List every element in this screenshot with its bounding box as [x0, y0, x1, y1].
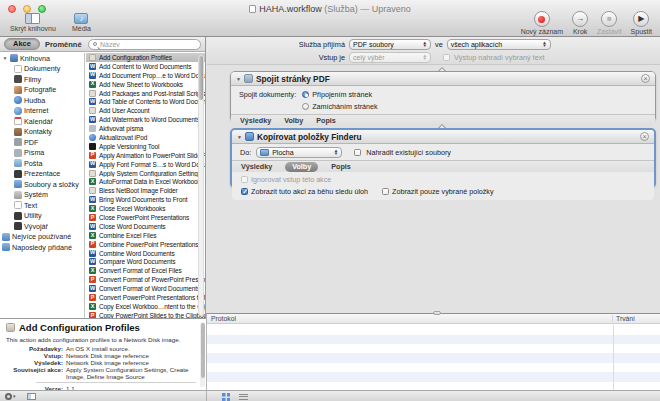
splitter-handle[interactable]	[433, 311, 441, 315]
sidebar-item-fonts[interactable]: Písma	[0, 148, 84, 159]
action-gear-button[interactable]: ▾	[5, 393, 16, 400]
pkg-icon	[89, 90, 96, 97]
run-button[interactable]: ▶ Spustit	[631, 11, 652, 35]
ppt-icon: P	[89, 294, 96, 301]
options-tab-selected[interactable]: Volby	[285, 162, 318, 172]
workflow-view-icon[interactable]	[222, 393, 230, 401]
block-header[interactable]: ▼ Kopírovat položky Finderu ×	[232, 130, 654, 144]
sidebar-item-utility[interactable]: Utility	[0, 211, 84, 222]
search-input[interactable]: Název	[88, 39, 201, 50]
action-list-item[interactable]: XAdd New Sheet to Workbooks	[86, 80, 205, 89]
action-list-item[interactable]: Bless NetBoot Image Folder	[86, 186, 205, 195]
action-list-item[interactable]: WCombine Word Documents	[86, 249, 205, 258]
action-list-item[interactable]: WAdd Table of Contents to Word Documents	[86, 97, 205, 106]
log-column-protokol[interactable]: Protokol	[207, 315, 613, 322]
sidebar-item-pdf[interactable]: PDF	[0, 137, 84, 148]
action-list-item[interactable]: Add Configuration Profiles	[86, 53, 205, 62]
record-button[interactable]: Nový záznam	[521, 11, 563, 35]
sidebar-item-presentations[interactable]: Prezentace	[0, 169, 84, 180]
sidebar-item-folder[interactable]: Nejvíce používané	[0, 232, 84, 243]
action-list-item[interactable]: Add User Account	[86, 106, 205, 115]
action-list-item[interactable]: WApply Font Format S…s to Word Documents	[86, 160, 205, 169]
sidebar-item-mail[interactable]: Pošta	[0, 158, 84, 169]
sidebar-item-calendar[interactable]: Kalendář	[0, 116, 84, 127]
popup-arrows-icon: ▲▼	[420, 42, 427, 47]
show-action-checkbox[interactable]	[241, 188, 248, 195]
action-list-item[interactable]: PConvert PowerPoint Presentations to Mov…	[86, 293, 205, 302]
log-view-icon[interactable]	[239, 394, 248, 400]
action-list-item[interactable]: XAutoFormat Data in Excel Workbooks	[86, 177, 205, 186]
disclosure-triangle-icon[interactable]: ▼	[237, 134, 242, 140]
action-list-item[interactable]: WAdd Watermark to Word Documents	[86, 115, 205, 124]
action-list-item[interactable]: Apply System Configuration Settings	[86, 169, 205, 178]
toggle-description-panel-button[interactable]	[27, 393, 36, 400]
action-list-item[interactable]: PConvert Format of PowerPoint Presentati…	[86, 275, 205, 284]
action-list-item[interactable]: WAdd Content to Word Documents	[86, 62, 205, 71]
actions-scrollbar[interactable]	[198, 55, 204, 316]
action-list-item[interactable]: PApply Animation to PowerPoint Slide Par…	[86, 151, 205, 160]
remove-action-icon[interactable]: ×	[641, 74, 650, 83]
action-list-item[interactable]: Apple Versioning Tool	[86, 142, 205, 151]
hide-library-button[interactable]: Skrýt knihovnu	[10, 13, 56, 32]
show-selected-checkbox[interactable]	[382, 188, 389, 195]
service-application-popup[interactable]: všech aplikacích▲▼	[447, 39, 551, 50]
action-list-item[interactable]: WConvert Format of Word Documents	[86, 284, 205, 293]
description-scrollbar[interactable]	[200, 322, 205, 387]
options-link[interactable]: Volby	[284, 116, 303, 125]
block-header[interactable]: ▼ Spojit stránky PDF ×	[231, 72, 655, 86]
action-list-item[interactable]: PCopy PowerPoint Slides to the Clipboard	[86, 311, 205, 318]
shuffle-pages-option[interactable]: Zamícháním stránek	[302, 102, 378, 111]
action-list-item[interactable]: WBring Word Documents to Front	[86, 195, 205, 204]
sidebar-item-music[interactable]: Hudba	[0, 95, 84, 106]
sidebar-item-system[interactable]: Systém	[0, 190, 84, 201]
sidebar-item-movies[interactable]: Filmy	[0, 74, 84, 85]
action-list-item[interactable]: XClose Excel Workbooks	[86, 204, 205, 213]
destination-popup[interactable]: Plocha ▲▼	[256, 147, 342, 158]
excel-icon: X	[89, 267, 96, 274]
service-input-type-popup[interactable]: PDF soubory▲▼	[349, 39, 431, 50]
media-button[interactable]: ♪ Média	[72, 13, 91, 32]
action-list-item[interactable]: XCopy Excel Workboo…ntent to the Clipboa…	[86, 302, 205, 311]
action-list-item[interactable]: PCombine PowerPoint Presentations	[86, 240, 205, 249]
description-divider	[36, 382, 196, 383]
sidebar-item-folder[interactable]: Naposledy přidané	[0, 242, 84, 253]
results-link[interactable]: Výsledky	[241, 162, 272, 171]
word-icon: W	[89, 285, 96, 292]
action-list-item[interactable]: Aktualizovat iPod	[86, 133, 205, 142]
sidebar-item-text[interactable]: Text	[0, 200, 84, 211]
description-link[interactable]: Popis	[316, 116, 336, 125]
action-list-item[interactable]: XCombine Excel Files	[86, 231, 205, 240]
log-column-trvani[interactable]: Trvání	[613, 315, 635, 322]
sidebar-item-photos[interactable]: Fotografie	[0, 85, 84, 96]
action-list-item[interactable]: PClose PowerPoint Presentations	[86, 213, 205, 222]
step-button[interactable]: → Krok	[572, 11, 588, 35]
scrollbar-thumb[interactable]	[199, 56, 203, 100]
action-list-item[interactable]: XConvert Format of Excel Files	[86, 266, 205, 275]
action-block-combine-pdf[interactable]: ▼ Spojit stránky PDF × Spojit dokumenty:…	[230, 71, 656, 122]
action-list-item[interactable]: Add Packages and Post-Install Scripts	[86, 89, 205, 98]
replace-existing-checkbox[interactable]	[354, 149, 361, 156]
disclosure-triangle-icon[interactable]: ▼	[236, 76, 241, 82]
action-list-item[interactable]: Aktivovat písma	[86, 124, 205, 133]
append-pages-option[interactable]: Připojením stránek	[302, 90, 378, 99]
disclosure-triangle-icon[interactable]: ▼	[2, 55, 8, 61]
ipod-icon	[89, 134, 96, 141]
radio-icon[interactable]	[302, 103, 309, 110]
sidebar-item-contacts[interactable]: Kontakty	[0, 127, 84, 138]
sidebar-item-files[interactable]: Soubory a složky	[0, 179, 84, 190]
sidebar-item-developer[interactable]: Vývojář	[0, 221, 84, 232]
tab-variables[interactable]: Proměnné	[45, 40, 82, 49]
sidebar-item-internet[interactable]: Internet	[0, 106, 84, 117]
ppt-icon: P	[89, 276, 96, 283]
remove-action-icon[interactable]: ×	[640, 132, 649, 141]
tab-actions[interactable]: Akce	[4, 38, 40, 50]
sidebar-item-library[interactable]: ▼Knihovna	[0, 53, 84, 64]
description-link[interactable]: Popis	[331, 162, 351, 171]
radio-selected-icon[interactable]	[302, 91, 309, 98]
sidebar-item-documents[interactable]: Dokumenty	[0, 64, 84, 75]
action-list-item[interactable]: WCompare Word Documents	[86, 257, 205, 266]
action-list-item[interactable]: WAdd Document Prop…e to Word Documents	[86, 71, 205, 80]
results-link[interactable]: Výsledky	[240, 116, 271, 125]
action-list-item[interactable]: WClose Word Documents	[86, 222, 205, 231]
action-block-copy-finder-items[interactable]: ▼ Kopírovat položky Finderu × Do: Plocha…	[230, 128, 656, 188]
